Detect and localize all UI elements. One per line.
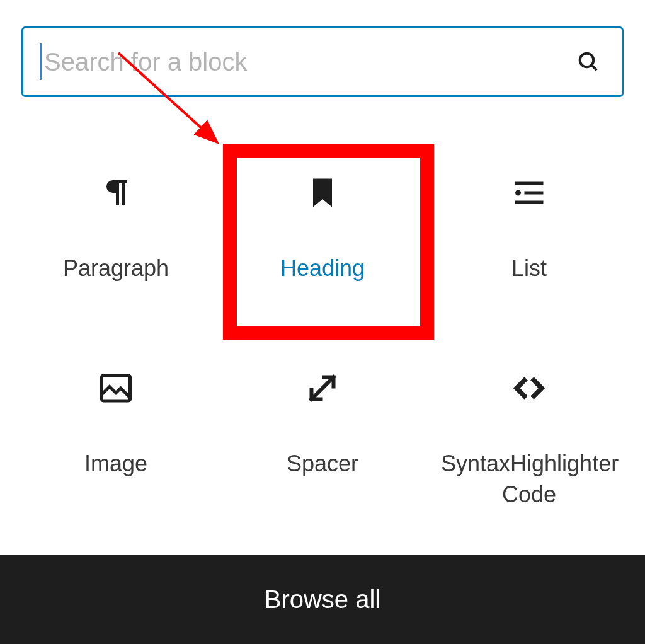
search-row xyxy=(21,26,624,97)
block-item-heading[interactable]: Heading xyxy=(219,135,426,311)
browse-all-label: Browse all xyxy=(265,585,381,614)
search-box[interactable] xyxy=(21,26,624,97)
block-label: Paragraph xyxy=(63,253,169,284)
search-icon[interactable] xyxy=(574,47,603,76)
block-item-list[interactable]: List xyxy=(426,135,632,311)
svg-line-7 xyxy=(312,377,334,400)
resize-icon xyxy=(302,368,343,408)
block-label: Spacer xyxy=(287,449,358,480)
block-label: List xyxy=(511,253,547,284)
code-icon xyxy=(509,368,549,408)
search-input[interactable] xyxy=(44,48,574,76)
pilcrow-icon xyxy=(96,173,136,213)
block-item-spacer[interactable]: Spacer xyxy=(219,330,426,510)
text-cursor xyxy=(40,43,42,80)
image-icon xyxy=(96,368,136,408)
block-item-syntax-highlighter[interactable]: SyntaxHighlighter Code xyxy=(426,330,632,510)
svg-point-0 xyxy=(580,54,594,67)
browse-all-button[interactable]: Browse all xyxy=(0,555,645,644)
block-inserter-panel: Paragraph Heading List xyxy=(0,0,645,644)
svg-line-1 xyxy=(591,65,596,70)
block-item-paragraph[interactable]: Paragraph xyxy=(13,135,219,311)
svg-point-3 xyxy=(515,190,521,196)
bookmark-icon xyxy=(302,173,343,213)
block-grid: Paragraph Heading List xyxy=(0,97,645,555)
block-label: SyntaxHighlighter Code xyxy=(441,449,617,510)
block-label: Image xyxy=(84,449,147,480)
block-item-image[interactable]: Image xyxy=(13,330,219,510)
list-icon xyxy=(509,173,549,213)
block-label: Heading xyxy=(280,253,365,284)
